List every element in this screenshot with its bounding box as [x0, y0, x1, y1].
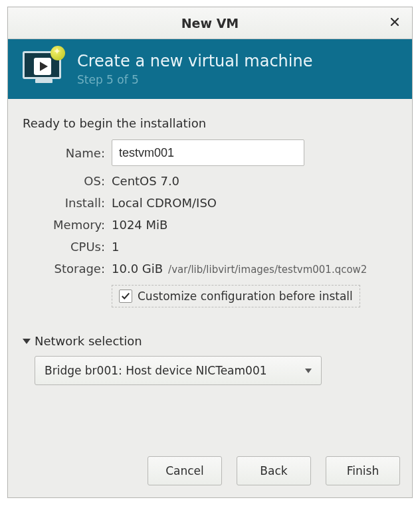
- button-bar: Cancel Back Finish: [8, 448, 412, 497]
- summary-grid: Name: OS: CentOS 7.0 Install: Local CDRO…: [24, 139, 397, 307]
- cpus-label: CPUs:: [24, 240, 105, 254]
- back-button[interactable]: Back: [237, 456, 311, 485]
- content-area: Ready to begin the installation Name: OS…: [8, 99, 412, 448]
- storage-value: 10.0 GiB: [112, 262, 163, 276]
- titlebar: New VM: [8, 7, 412, 39]
- name-label: Name:: [24, 146, 105, 160]
- network-expander[interactable]: Network selection: [23, 334, 397, 348]
- install-label: Install:: [24, 196, 105, 210]
- customize-label: Customize configuration before install: [138, 290, 353, 303]
- memory-value: 1024 MiB: [112, 218, 397, 232]
- install-value: Local CDROM/ISO: [112, 196, 397, 210]
- network-section-label: Network selection: [35, 334, 142, 348]
- customize-row: Customize configuration before install: [112, 285, 360, 307]
- close-icon[interactable]: [385, 13, 404, 31]
- name-input[interactable]: [112, 139, 304, 166]
- cancel-button[interactable]: Cancel: [148, 456, 222, 485]
- vm-monitor-icon: [23, 51, 65, 87]
- network-selected: Bridge br001: Host device NICTeam001: [45, 364, 267, 377]
- window-title: New VM: [181, 16, 239, 31]
- new-star-icon: [51, 46, 65, 60]
- storage-label: Storage:: [24, 262, 105, 276]
- storage-path: /var/lib/libvirt/images/testvm001.qcow2: [168, 264, 367, 276]
- customize-checkbox[interactable]: [119, 290, 132, 303]
- wizard-step: Step 5 of 5: [77, 73, 312, 86]
- network-dropdown[interactable]: Bridge br001: Host device NICTeam001: [35, 356, 322, 385]
- cpus-value: 1: [112, 240, 397, 254]
- chevron-down-icon: [305, 369, 312, 373]
- os-value: CentOS 7.0: [112, 174, 397, 188]
- wizard-heading: Create a new virtual machine: [77, 52, 312, 70]
- os-label: OS:: [24, 174, 105, 188]
- wizard-banner: Create a new virtual machine Step 5 of 5: [8, 39, 412, 99]
- chevron-down-icon: [23, 339, 31, 344]
- new-vm-dialog: New VM Create a new virtual machine Step…: [7, 7, 413, 498]
- lead-text: Ready to begin the installation: [23, 116, 397, 130]
- finish-button[interactable]: Finish: [326, 456, 400, 485]
- memory-label: Memory:: [24, 218, 105, 232]
